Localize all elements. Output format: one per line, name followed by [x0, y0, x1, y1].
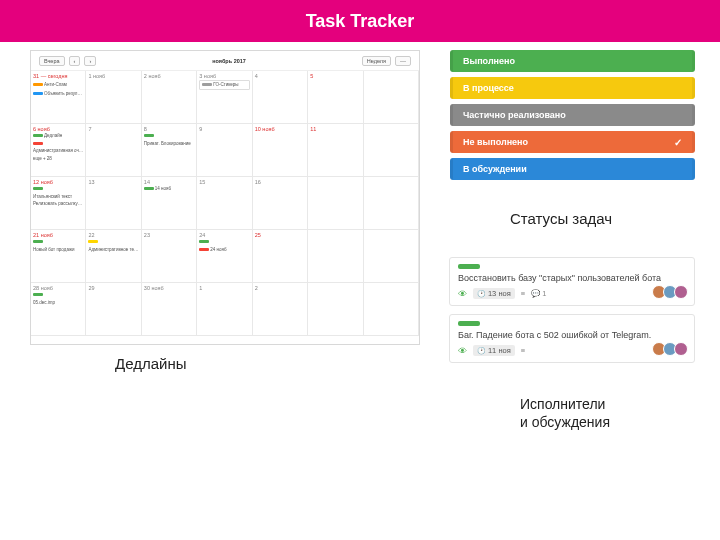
- calendar-event[interactable]: 05.dec.imp: [33, 300, 83, 306]
- calendar-event[interactable]: 14 нояб: [144, 186, 194, 192]
- calendar-event[interactable]: Объявить результаты: [33, 91, 83, 97]
- calendar-cell[interactable]: 7: [86, 124, 141, 177]
- calendar-event[interactable]: Административное тесты: [88, 247, 138, 253]
- calendar-cell[interactable]: [308, 177, 363, 230]
- status-chip: [144, 134, 154, 137]
- calendar-event[interactable]: Итальянский текст: [33, 194, 83, 200]
- check-icon: ✓: [674, 137, 682, 148]
- calendar-cell[interactable]: 13: [86, 177, 141, 230]
- calendar-grid: 31 — сегодняАнти-СпамОбъявить результаты…: [31, 71, 419, 336]
- calendar-day-number: 7: [88, 126, 138, 132]
- calendar-cell[interactable]: 11: [308, 124, 363, 177]
- calendar-cell[interactable]: [364, 177, 419, 230]
- status-chip: [33, 240, 43, 243]
- calendar-event[interactable]: 24 нояб: [199, 247, 249, 253]
- statuses-heading: Статусы задач: [510, 210, 612, 227]
- status-item[interactable]: Частично реализовано: [450, 104, 695, 126]
- card-date: 11 ноя: [473, 345, 515, 356]
- status-chip: [144, 187, 154, 190]
- calendar: Вчера ‹ › ноябрь 2017 Неделя ⋯ 31 — сего…: [30, 50, 420, 345]
- calendar-cell[interactable]: 8Приват. Блокирование: [142, 124, 197, 177]
- calendar-cell[interactable]: 23: [142, 230, 197, 283]
- status-item[interactable]: Выполнено: [450, 50, 695, 72]
- status-chip: [33, 83, 43, 86]
- calendar-cell[interactable]: 30 нояб: [142, 283, 197, 336]
- calendar-event[interactable]: Приват. Блокирование: [144, 141, 194, 147]
- status-chip: [199, 240, 209, 243]
- calendar-cell[interactable]: 31 — сегодняАнти-СпамОбъявить результаты: [31, 71, 86, 124]
- calendar-day-number: 16: [255, 179, 305, 185]
- calendar-event[interactable]: Дедлайн: [33, 133, 83, 139]
- calendar-day-number: 25: [255, 232, 305, 238]
- task-card[interactable]: Баг. Падение бота с 502 ошибкой от Teleg…: [449, 314, 695, 363]
- calendar-cell[interactable]: 10 нояб: [253, 124, 308, 177]
- eye-icon[interactable]: 👁: [458, 346, 467, 356]
- calendar-cell[interactable]: [364, 283, 419, 336]
- calendar-event[interactable]: еще + 28: [33, 156, 83, 162]
- calendar-cell[interactable]: 12 ноябИтальянский текстРелизовать рассы…: [31, 177, 86, 230]
- calendar-cell[interactable]: 16: [253, 177, 308, 230]
- calendar-cell[interactable]: 1: [197, 283, 252, 336]
- avatar[interactable]: [674, 342, 688, 356]
- eye-icon[interactable]: 👁: [458, 289, 467, 299]
- card-title: Баг. Падение бота с 502 ошибкой от Teleg…: [458, 329, 686, 341]
- calendar-cell[interactable]: 5: [308, 71, 363, 124]
- calendar-cell[interactable]: 15: [197, 177, 252, 230]
- calendar-event[interactable]: [199, 239, 249, 245]
- calendar-day-number: 23: [144, 232, 194, 238]
- task-card[interactable]: Восстановить базу "старых" пользователей…: [449, 257, 695, 306]
- calendar-cell[interactable]: 3 ноябГО-Стикеры: [197, 71, 252, 124]
- calendar-cell[interactable]: 21 ноябНовый бот продажи: [31, 230, 86, 283]
- calendar-day-number: 22: [88, 232, 138, 238]
- calendar-cell[interactable]: 2424 нояб: [197, 230, 252, 283]
- calendar-cell[interactable]: 2 нояб: [142, 71, 197, 124]
- calendar-event[interactable]: [144, 133, 194, 139]
- calendar-cell[interactable]: 29: [86, 283, 141, 336]
- calendar-event[interactable]: [33, 292, 83, 298]
- status-label: Выполнено: [463, 56, 515, 66]
- calendar-cell[interactable]: 1 нояб: [86, 71, 141, 124]
- calendar-next-button[interactable]: ›: [84, 56, 96, 66]
- list-icon: ≡: [521, 289, 525, 298]
- avatar[interactable]: [674, 285, 688, 299]
- calendar-day-number: 29: [88, 285, 138, 291]
- calendar-cell[interactable]: [308, 230, 363, 283]
- calendar-cell[interactable]: 4: [253, 71, 308, 124]
- calendar-prev-button[interactable]: ‹: [69, 56, 81, 66]
- status-item[interactable]: В обсуждении: [450, 158, 695, 180]
- calendar-event[interactable]: [88, 239, 138, 245]
- calendar-cell[interactable]: 6 ноябДедлайнАдминистративная очисткаеще…: [31, 124, 86, 177]
- calendar-cell[interactable]: [364, 230, 419, 283]
- status-item[interactable]: Не выполнено✓: [450, 131, 695, 153]
- calendar-cell[interactable]: 2: [253, 283, 308, 336]
- executors-line2: и обсуждения: [520, 413, 610, 431]
- calendar-cell[interactable]: 1414 нояб: [142, 177, 197, 230]
- calendar-menu-button[interactable]: ⋯: [395, 56, 411, 66]
- calendar-cell[interactable]: [364, 124, 419, 177]
- calendar-event[interactable]: [33, 239, 83, 245]
- status-chip: [33, 187, 43, 190]
- calendar-event[interactable]: Релизовать рассылку +10: [33, 201, 83, 207]
- calendar-event[interactable]: Новый бот продажи: [33, 247, 83, 253]
- status-chip: [88, 240, 98, 243]
- comments-count[interactable]: 💬 1: [531, 289, 546, 298]
- status-item[interactable]: В процессе: [450, 77, 695, 99]
- calendar-event[interactable]: Административная очистка: [33, 148, 83, 154]
- calendar-cell[interactable]: 28 нояб05.dec.imp: [31, 283, 86, 336]
- calendar-cell[interactable]: 25: [253, 230, 308, 283]
- calendar-cell[interactable]: 22Административное тесты: [86, 230, 141, 283]
- calendar-day-number: 15: [199, 179, 249, 185]
- calendar-day-number: 2: [255, 285, 305, 291]
- calendar-day-number: 12 нояб: [33, 179, 83, 185]
- calendar-event[interactable]: ГО-Стикеры: [199, 80, 249, 90]
- status-label: В процессе: [463, 83, 514, 93]
- calendar-cell[interactable]: [364, 71, 419, 124]
- calendar-cell[interactable]: [308, 283, 363, 336]
- calendar-event[interactable]: [33, 186, 83, 192]
- calendar-cell[interactable]: 9: [197, 124, 252, 177]
- calendar-event[interactable]: Анти-Спам: [33, 82, 83, 88]
- calendar-day-number: 30 нояб: [144, 285, 194, 291]
- calendar-event[interactable]: [33, 141, 83, 147]
- calendar-view-button[interactable]: Неделя: [362, 56, 391, 66]
- calendar-today-button[interactable]: Вчера: [39, 56, 65, 66]
